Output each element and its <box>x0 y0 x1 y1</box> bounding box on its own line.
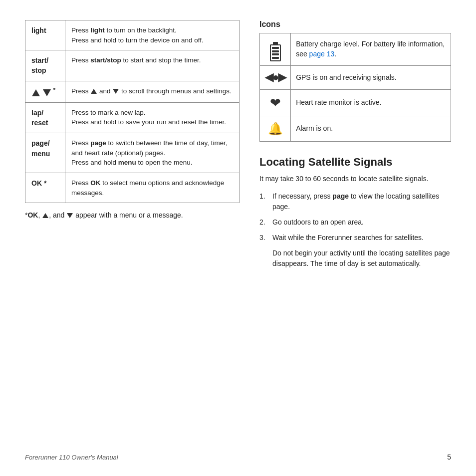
up-arrow-icon <box>32 89 40 96</box>
step-text-1: If necessary, press page to view the loc… <box>272 191 451 212</box>
button-name-light: light <box>25 20 65 50</box>
step-num-2: 2. <box>259 217 268 228</box>
footer-page-number: 5 <box>447 453 451 461</box>
battery-icon-cell <box>260 33 291 66</box>
step-3-note: Do not begin your activity until the loc… <box>272 248 451 269</box>
footnote-down-icon <box>67 213 73 218</box>
footer-manual-text: Forerunner 110 Owner's Manual <box>25 454 118 461</box>
locating-intro: It may take 30 to 60 seconds to locate s… <box>259 174 451 184</box>
list-item: 3. Wait while the Forerunner searches fo… <box>259 233 451 243</box>
right-column: Icons <box>259 20 451 269</box>
button-desc-arrows: Press and to scroll through menus and se… <box>65 81 239 102</box>
table-row: ❤ Heart rate monitor is active. <box>260 89 451 116</box>
icons-section: Icons <box>259 20 451 142</box>
page-13-link[interactable]: page 13 <box>309 50 335 58</box>
button-desc-startstop: Press start/stop to start and stop the t… <box>65 50 239 81</box>
list-item: 1. If necessary, press page to view the … <box>259 191 451 212</box>
button-name-pagemenu: page/menu <box>25 133 65 173</box>
page-layout: light Press light to turn on the backlig… <box>25 20 451 269</box>
table-row: light Press light to turn on the backlig… <box>25 20 239 50</box>
down-arrow-inline-icon <box>113 89 119 94</box>
table-row: * Press and to scroll through menus and … <box>25 81 239 102</box>
alarm-desc: Alarm is on. <box>291 116 451 142</box>
table-row: 🔔 Alarm is on. <box>260 116 451 142</box>
page-footer: Forerunner 110 Owner's Manual 5 <box>25 453 451 461</box>
locating-steps-list: 1. If necessary, press page to view the … <box>259 191 451 243</box>
button-desc-pagemenu: Press page to switch between the time of… <box>65 133 239 173</box>
button-desc-lapreset: Press to mark a new lap. Press and hold … <box>65 102 239 133</box>
battery-desc: Battery charge level. For battery life i… <box>291 33 451 66</box>
locating-title: Locating Satellite Signals <box>259 156 451 169</box>
heart-icon-cell: ❤ <box>260 89 291 116</box>
table-row: page/menu Press page to switch between t… <box>25 133 239 173</box>
table-row: OK * Press OK to select menu options and… <box>25 173 239 203</box>
button-desc-ok: Press OK to select menu options and ackn… <box>65 173 239 203</box>
table-row: Battery charge level. For battery life i… <box>260 33 451 66</box>
gps-desc: GPS is on and receiving signals. <box>291 66 451 90</box>
table-row: ◀●▶ GPS is on and receiving signals. <box>260 66 451 90</box>
button-name-ok: OK * <box>25 173 65 203</box>
icons-table: Battery charge level. For battery life i… <box>259 33 451 142</box>
button-table: light Press light to turn on the backlig… <box>25 20 239 203</box>
step-text-2: Go outdoors to an open area. <box>272 217 364 228</box>
alarm-icon: 🔔 <box>268 122 283 135</box>
step-num-3: 3. <box>259 233 268 243</box>
icons-title: Icons <box>259 20 451 29</box>
button-name-arrows: * <box>25 81 65 102</box>
heart-desc: Heart rate monitor is active. <box>291 89 451 116</box>
down-arrow-icon <box>43 89 51 96</box>
gps-icon: ◀●▶ <box>265 70 285 85</box>
left-column: light Press light to turn on the backlig… <box>25 20 239 221</box>
alarm-icon-cell: 🔔 <box>260 116 291 142</box>
button-desc-light: Press light to turn on the backlight. Pr… <box>65 20 239 50</box>
table-row: start/stop Press start/stop to start and… <box>25 50 239 81</box>
list-item: 2. Go outdoors to an open area. <box>259 217 451 228</box>
step-num-1: 1. <box>259 191 268 202</box>
heart-icon: ❤ <box>270 95 281 110</box>
step-text-3: Wait while the Forerunner searches for s… <box>272 233 424 243</box>
locating-section: Locating Satellite Signals It may take 3… <box>259 156 451 269</box>
button-name-startstop: start/stop <box>25 50 65 81</box>
table-row: lap/reset Press to mark a new lap. Press… <box>25 102 239 133</box>
up-arrow-inline-icon <box>91 89 97 94</box>
battery-icon <box>270 44 281 61</box>
footnote-up-icon <box>42 213 48 218</box>
footnote: *OK, , and appear with a menu or a messa… <box>25 210 239 221</box>
button-name-lapreset: lap/reset <box>25 102 65 133</box>
gps-icon-cell: ◀●▶ <box>260 66 291 90</box>
